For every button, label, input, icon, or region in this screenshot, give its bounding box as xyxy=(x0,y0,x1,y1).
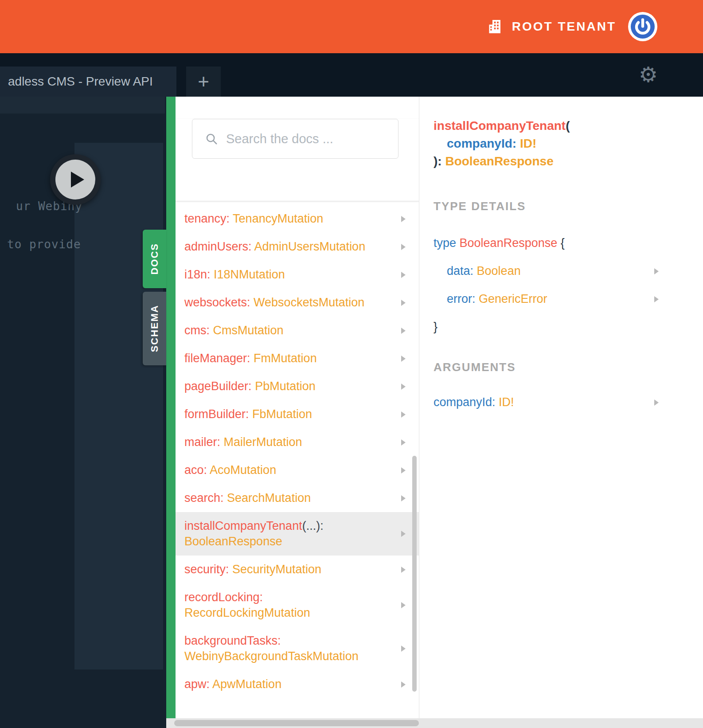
field-name: formBuilder: xyxy=(184,407,249,421)
docs-search-section xyxy=(176,119,419,201)
field-type: SecurityMutation xyxy=(232,563,321,576)
field-name: i18n: xyxy=(184,268,211,281)
docs-field-row[interactable]: pageBuilder: PbMutation xyxy=(176,372,419,400)
chevron-right-icon xyxy=(401,439,406,446)
signature-arg-name: companyId: xyxy=(447,137,516,150)
chevron-right-icon xyxy=(654,399,659,406)
docs-field-row[interactable]: cms: CmsMutation xyxy=(176,317,419,344)
chevron-right-icon xyxy=(401,356,406,362)
type-definition-line: type BooleanResponse { xyxy=(434,235,703,251)
docs-tab-label: DOCS xyxy=(149,243,160,275)
type-field-name: error: xyxy=(447,292,476,305)
docs-search-input[interactable] xyxy=(226,132,398,146)
field-type: MailerMutation xyxy=(224,435,302,449)
field-type: WebinyBackgroundTaskMutation xyxy=(184,650,359,663)
chevron-right-icon xyxy=(654,268,659,274)
docs-search-box[interactable] xyxy=(192,119,398,159)
field-detail-panel: installCompanyTenant( companyId: ID! ): … xyxy=(419,97,703,728)
chevron-right-icon xyxy=(401,244,406,250)
argument-name: companyId: xyxy=(434,395,496,409)
docs-field-row[interactable]: apw: ApwMutation xyxy=(176,670,419,698)
field-signature: installCompanyTenant( companyId: ID! ): … xyxy=(434,117,703,170)
field-name: backgroundTasks: xyxy=(184,634,281,647)
field-type: PbMutation xyxy=(255,380,316,393)
chevron-right-icon xyxy=(401,467,406,474)
field-type: SearchMutation xyxy=(227,491,311,505)
type-field-row[interactable]: error: GenericError xyxy=(434,291,703,307)
mutation-fields-list: tenancy: TenancyMutation adminUsers: Adm… xyxy=(176,201,419,698)
open-brace: { xyxy=(561,236,565,250)
docs-field-row[interactable]: fileManager: FmMutation xyxy=(176,344,419,372)
arguments-header: ARGUMENTS xyxy=(434,360,703,375)
docs-field-row[interactable]: search: SearchMutation xyxy=(176,484,419,512)
settings-gear-icon[interactable]: ⚙ xyxy=(639,64,658,85)
docs-field-row[interactable]: mailer: MailerMutation xyxy=(176,428,419,456)
main-area: ur Webiny to provide DOCS SCHEMA xyxy=(0,97,703,728)
docs-field-row[interactable]: i18n: I18NMutation xyxy=(176,261,419,289)
type-name-link[interactable]: BooleanResponse xyxy=(460,236,558,250)
docs-field-row[interactable]: recordLocking: RecordLockingMutation xyxy=(176,583,419,627)
docs-panel-accent-strip xyxy=(166,97,176,728)
horizontal-scrollbar-thumb[interactable] xyxy=(174,720,419,726)
docs-field-row[interactable]: adminUsers: AdminUsersMutation xyxy=(176,233,419,261)
docs-field-row[interactable]: formBuilder: FbMutation xyxy=(176,400,419,428)
type-keyword: type xyxy=(434,236,456,250)
tenant-selector[interactable]: ROOT TENANT xyxy=(487,19,627,35)
chevron-right-icon xyxy=(401,384,406,390)
chevron-right-icon xyxy=(401,411,406,418)
type-field-row[interactable]: data: Boolean xyxy=(434,263,703,279)
close-brace: } xyxy=(434,320,437,333)
signature-arg-type: ID! xyxy=(520,137,536,150)
field-name: apw: xyxy=(184,677,210,691)
chevron-right-icon xyxy=(401,531,406,537)
signature-open-paren: ( xyxy=(566,119,570,133)
tab-label: adless CMS - Preview API xyxy=(8,74,153,89)
docs-field-row[interactable]: websockets: WebsocketsMutation xyxy=(176,289,419,317)
field-name: aco: xyxy=(184,463,207,477)
field-name: search: xyxy=(184,491,224,505)
chevron-right-icon xyxy=(401,300,406,306)
schema-tab-label: SCHEMA xyxy=(149,305,160,352)
chevron-right-icon xyxy=(401,646,406,652)
field-name: adminUsers: xyxy=(184,240,252,253)
docs-field-row[interactable]: aco: AcoMutation xyxy=(176,456,419,484)
signature-return-type: BooleanResponse xyxy=(445,154,553,168)
chevron-right-icon xyxy=(654,296,659,302)
argument-row[interactable]: companyId: ID! xyxy=(434,395,703,410)
editor-top-strip xyxy=(0,97,165,114)
type-details-header: TYPE DETAILS xyxy=(434,199,703,214)
tenant-label: ROOT TENANT xyxy=(512,20,616,34)
field-type: CmsMutation xyxy=(213,324,284,337)
chevron-right-icon xyxy=(401,602,406,608)
execute-query-button[interactable] xyxy=(50,154,101,205)
editor-code-fragment: to provide xyxy=(7,238,81,251)
docs-explorer-panel: tenancy: TenancyMutation adminUsers: Adm… xyxy=(176,97,419,728)
new-tab-button[interactable]: + xyxy=(186,67,221,97)
type-field-type: Boolean xyxy=(477,264,521,278)
docs-side-tab[interactable]: DOCS xyxy=(143,230,166,288)
docs-vertical-scrollbar[interactable] xyxy=(412,456,417,692)
chevron-right-icon xyxy=(401,495,406,501)
chevron-right-icon xyxy=(401,216,406,222)
chevron-right-icon xyxy=(401,567,406,573)
field-type: RecordLockingMutation xyxy=(184,606,310,619)
tab-headless-cms-preview-api[interactable]: adless CMS - Preview API xyxy=(0,67,176,97)
docs-field-row[interactable]: security: SecurityMutation xyxy=(176,556,419,583)
field-name: installCompanyTenant xyxy=(184,519,302,532)
docs-field-row[interactable]: backgroundTasks: WebinyBackgroundTaskMut… xyxy=(176,627,419,670)
power-logo-icon[interactable] xyxy=(627,11,659,43)
playground-tab-bar: adless CMS - Preview API + xyxy=(0,53,703,97)
schema-side-tab[interactable]: SCHEMA xyxy=(143,292,166,365)
field-name: fileManager: xyxy=(184,352,250,365)
type-field-type: GenericError xyxy=(479,292,547,305)
signature-close-paren: ): xyxy=(434,154,442,168)
horizontal-scrollbar-track xyxy=(166,718,703,728)
docs-field-row[interactable]: tenancy: TenancyMutation xyxy=(176,205,419,233)
argument-type: ID! xyxy=(499,395,514,409)
chevron-right-icon xyxy=(401,328,406,334)
signature-line-3: ): BooleanResponse xyxy=(434,153,703,170)
field-type: FbMutation xyxy=(252,407,312,421)
docs-field-row-selected[interactable]: installCompanyTenant(...): BooleanRespon… xyxy=(176,512,419,556)
field-type: AcoMutation xyxy=(210,463,276,477)
field-type: BooleanResponse xyxy=(184,535,282,548)
